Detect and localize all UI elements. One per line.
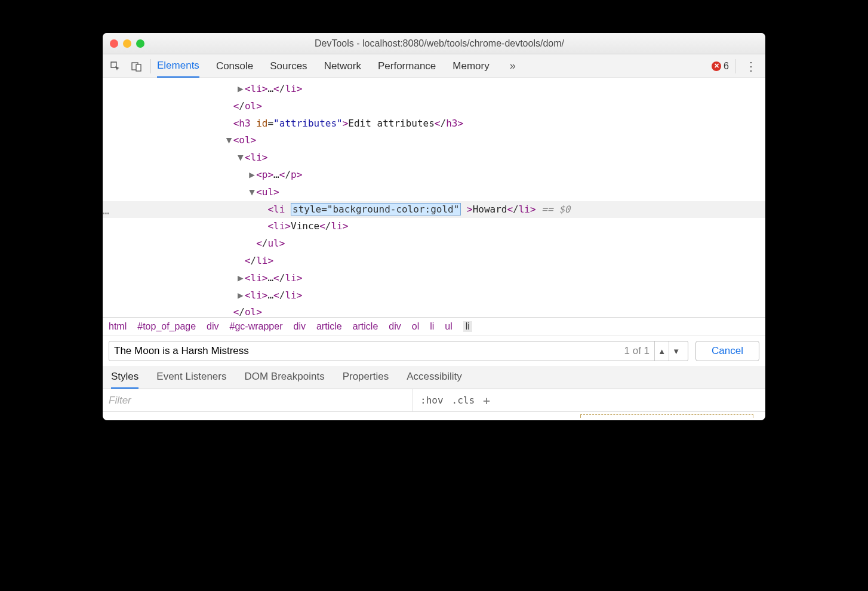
error-count: 6 [724,61,729,72]
window-controls [110,39,144,48]
dom-node[interactable]: ▼<li> [103,149,765,167]
tab-network[interactable]: Network [324,54,361,78]
search-box: 1 of 1 ▲ ▼ [109,341,688,361]
svg-rect-1 [136,64,141,71]
dom-node[interactable]: </li> [103,253,765,270]
dom-node[interactable]: ▶<li>…</li> [103,287,765,304]
breadcrumb-item[interactable]: div [389,321,401,332]
maximize-icon[interactable] [136,39,144,48]
search-prev-icon[interactable]: ▲ [654,341,669,361]
devtools-window: DevTools - localhost:8080/web/tools/chro… [103,33,765,420]
styles-pane [103,412,765,420]
search-next-icon[interactable]: ▼ [669,341,683,361]
dom-node[interactable]: </ol> [103,304,765,317]
search-bar: 1 of 1 ▲ ▼ Cancel [103,335,765,366]
breadcrumb-item[interactable]: #gc-wrapper [230,321,283,332]
dom-tree[interactable]: ▶<li>…</li> </ol> <h3 id="attributes">Ed… [103,78,765,317]
subtab-accessibility[interactable]: Accessibility [407,371,462,389]
inspect-icon[interactable] [107,59,123,74]
cancel-button[interactable]: Cancel [695,341,759,361]
tab-sources[interactable]: Sources [270,54,307,78]
subtab-styles[interactable]: Styles [111,371,138,389]
dom-node[interactable]: </ol> [103,98,765,115]
menu-icon[interactable]: ⋮ [741,59,761,73]
dom-node[interactable]: </ul> [103,235,765,253]
breadcrumb-item[interactable]: #top_of_page [137,321,196,332]
tab-console[interactable]: Console [216,54,253,78]
titlebar: DevTools - localhost:8080/web/tools/chro… [103,33,765,54]
divider [150,59,151,73]
styles-filter-input[interactable] [103,389,413,411]
breadcrumb-item[interactable]: article [353,321,378,332]
dom-node[interactable]: <h3 id="attributes">Edit attributes</h3> [103,115,765,133]
breadcrumb-item[interactable]: li [430,321,434,332]
panel-tabs: Elements Console Sources Network Perform… [157,54,706,78]
hov-toggle[interactable]: :hov [420,395,444,406]
styles-toolbar: :hov .cls + [103,389,765,412]
breadcrumb-item[interactable]: article [316,321,342,332]
dom-node[interactable]: ▶<li>…</li> [103,81,765,98]
sidebar-tabs: StylesEvent ListenersDOM BreakpointsProp… [103,366,765,389]
minimize-icon[interactable] [123,39,131,48]
tab-performance[interactable]: Performance [378,54,436,78]
styles-tools: :hov .cls + [413,389,497,411]
subtab-properties[interactable]: Properties [343,371,389,389]
subtab-event-listeners[interactable]: Event Listeners [156,371,226,389]
dom-node[interactable]: <li style="background-color:gold" >Howar… [103,201,765,218]
attribute-edit-input[interactable]: style="background-color:gold" [291,203,461,216]
window-title: DevTools - localhost:8080/web/tools/chro… [144,38,758,49]
main-toolbar: Elements Console Sources Network Perform… [103,54,765,78]
breadcrumb-item[interactable]: div [294,321,306,332]
dom-node[interactable]: <li>Vince</li> [103,218,765,235]
error-badge[interactable]: ✕ 6 [712,61,729,72]
tab-memory[interactable]: Memory [453,54,489,78]
device-toggle-icon[interactable] [129,59,144,74]
dom-node[interactable]: ▼<ul> [103,184,765,201]
breadcrumb-item[interactable]: ul [445,321,452,332]
divider [735,59,735,73]
breadcrumb-item[interactable]: div [207,321,218,332]
cls-toggle[interactable]: .cls [452,395,475,406]
dom-node[interactable]: ▶<li>…</li> [103,270,765,287]
breadcrumb-item[interactable]: html [109,321,127,332]
error-icon: ✕ [712,61,721,71]
new-style-icon[interactable]: + [483,393,490,408]
dom-node[interactable]: ▼<ol> [103,132,765,149]
subtab-dom-breakpoints[interactable]: DOM Breakpoints [244,371,324,389]
breadcrumb-item[interactable]: li [463,321,472,332]
box-model-preview [580,414,753,418]
search-input[interactable] [114,345,624,357]
breadcrumb-trail: html#top_of_pagediv#gc-wrapperdivarticle… [103,317,765,335]
breadcrumb-item[interactable]: ol [412,321,419,332]
tab-elements[interactable]: Elements [157,54,199,78]
more-tabs-icon[interactable]: » [506,60,519,72]
close-icon[interactable] [110,39,118,48]
search-count: 1 of 1 [624,345,650,357]
dom-node[interactable]: ▶<p>…</p> [103,167,765,184]
